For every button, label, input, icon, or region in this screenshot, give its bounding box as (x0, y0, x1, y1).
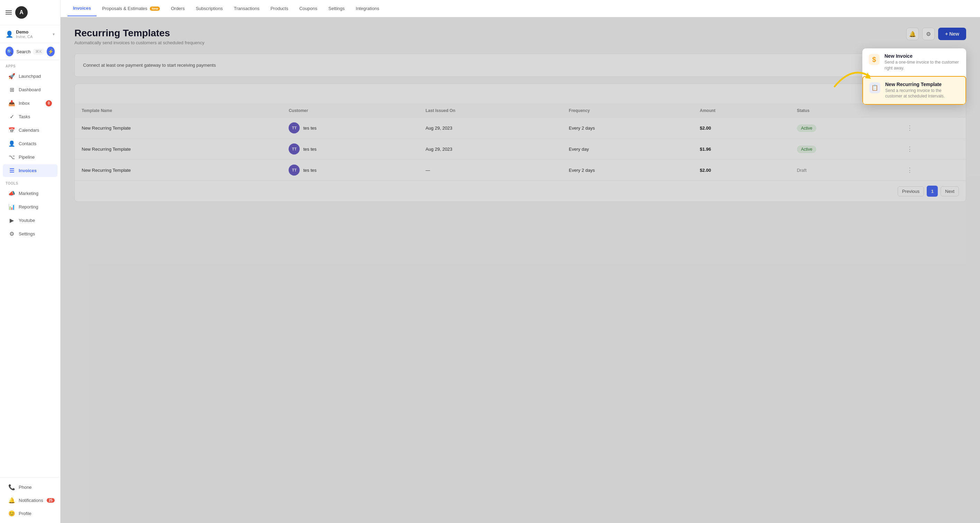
sidebar-item-label: Youtube (19, 218, 52, 223)
hamburger-icon[interactable] (6, 10, 12, 14)
user-location: Irvine, CA (16, 35, 50, 39)
main: Invoices Proposals & Estimates New Order… (60, 0, 980, 523)
sidebar-item-notifications[interactable]: 🔔 Notifications 25 (3, 494, 57, 507)
sidebar-item-label: Phone (19, 485, 52, 490)
inbox-icon: 📥 (8, 100, 15, 106)
search-button[interactable]: 🔍 Search ⌘K ⚡ (0, 43, 60, 60)
logo-circle: A (15, 6, 28, 19)
sidebar-item-reporting[interactable]: 📊 Reporting (3, 200, 57, 213)
content-area: Recurring Templates Automatically send i… (60, 17, 980, 523)
sidebar-item-label: Launchpad (19, 74, 52, 79)
contacts-icon: 👤 (8, 140, 15, 147)
nav-invoices[interactable]: Invoices (67, 1, 97, 16)
nav-subscriptions[interactable]: Subscriptions (190, 1, 228, 16)
sidebar-bottom: 📞 Phone 🔔 Notifications 25 😊 Profile (0, 477, 60, 523)
bolt-icon[interactable]: ⚡ (47, 47, 55, 56)
tools-section-label: Tools (0, 178, 60, 187)
sidebar-item-settings[interactable]: ⚙ Settings (3, 227, 57, 240)
sidebar-item-label: Notifications (19, 498, 43, 503)
sidebar-logo: A (0, 0, 60, 25)
user-info: Demo Irvine, CA (16, 29, 50, 39)
sidebar-item-label: Inbox (19, 101, 42, 106)
new-recurring-desc: Send a recurring invoice to the customer… (885, 88, 959, 100)
nav-transactions[interactable]: Transactions (228, 1, 265, 16)
notifications-badge: 25 (47, 498, 55, 502)
sidebar-item-contacts[interactable]: 👤 Contacts (3, 137, 57, 150)
sidebar-item-label: Dashboard (19, 87, 52, 92)
highlight-arrow (831, 62, 873, 91)
sidebar-item-label: Contacts (19, 141, 52, 146)
new-invoice-text: New Invoice Send a one-time invoice to t… (885, 53, 960, 71)
sidebar-item-phone[interactable]: 📞 Phone (3, 481, 57, 494)
sidebar-item-label: Marketing (19, 191, 52, 196)
calendars-icon: 📅 (8, 127, 15, 133)
sidebar-item-pipeline[interactable]: ⌥ Pipeline (3, 151, 57, 163)
pipeline-icon: ⌥ (8, 154, 15, 160)
dropdown-overlay[interactable] (60, 17, 980, 523)
sidebar-item-label: Calendars (19, 128, 52, 133)
sidebar-item-label: Settings (19, 231, 52, 236)
sidebar-item-dashboard[interactable]: ⊞ Dashboard (3, 83, 57, 96)
chevron-down-icon: ▾ (52, 32, 55, 36)
dashboard-icon: ⊞ (8, 86, 15, 93)
nav-orders[interactable]: Orders (165, 1, 190, 16)
user-name: Demo (16, 29, 50, 35)
search-shortcut: ⌘K (33, 49, 44, 55)
inbox-badge: 0 (46, 100, 52, 106)
sidebar-item-launchpad[interactable]: 🚀 Launchpad (3, 70, 57, 82)
new-recurring-option[interactable]: 📋 New Recurring Template Send a recurrin… (862, 76, 966, 105)
sidebar-item-calendars[interactable]: 📅 Calendars (3, 124, 57, 136)
nav-products[interactable]: Products (265, 1, 294, 16)
new-invoice-title: New Invoice (885, 53, 960, 59)
youtube-icon: ▶ (8, 217, 15, 223)
profile-icon: 😊 (8, 510, 15, 517)
sidebar-item-label: Invoices (19, 168, 52, 173)
user-profile[interactable]: 👤 Demo Irvine, CA ▾ (0, 25, 60, 43)
sidebar-item-label: Pipeline (19, 155, 52, 160)
top-navigation: Invoices Proposals & Estimates New Order… (60, 0, 980, 17)
search-icon: 🔍 (6, 47, 13, 56)
marketing-icon: 📣 (8, 190, 15, 197)
apps-section-label: Apps (0, 60, 60, 70)
search-label: Search (16, 49, 30, 54)
new-recurring-title: New Recurring Template (885, 82, 959, 87)
settings-icon: ⚙ (8, 231, 15, 237)
phone-icon: 📞 (8, 484, 15, 491)
sidebar: A 👤 Demo Irvine, CA ▾ 🔍 Search ⌘K ⚡ Apps… (0, 0, 60, 523)
sidebar-item-tasks[interactable]: ✓ Tasks (3, 110, 57, 123)
sidebar-item-label: Profile (19, 511, 52, 516)
sidebar-item-marketing[interactable]: 📣 Marketing (3, 187, 57, 200)
sidebar-item-invoices[interactable]: ☰ Invoices (3, 164, 57, 177)
user-icon: 👤 (6, 30, 13, 38)
tasks-icon: ✓ (8, 113, 15, 120)
launchpad-icon: 🚀 (8, 73, 15, 79)
nav-proposals[interactable]: Proposals & Estimates New (97, 1, 165, 16)
reporting-icon: 📊 (8, 204, 15, 210)
new-dropdown-menu: $ New Invoice Send a one-time invoice to… (862, 48, 966, 105)
invoices-icon: ☰ (8, 167, 15, 174)
sidebar-item-profile[interactable]: 😊 Profile (3, 507, 57, 520)
sidebar-item-inbox[interactable]: 📥 Inbox 0 (3, 97, 57, 109)
new-recurring-text: New Recurring Template Send a recurring … (885, 82, 959, 100)
sidebar-item-youtube[interactable]: ▶ Youtube (3, 214, 57, 227)
nav-integrations[interactable]: Integrations (350, 1, 385, 16)
new-invoice-desc: Send a one-time invoice to the customer … (885, 59, 960, 71)
proposals-badge: New (150, 6, 160, 11)
sidebar-item-label: Tasks (19, 114, 52, 119)
notifications-icon: 🔔 (8, 497, 15, 504)
nav-coupons[interactable]: Coupons (294, 1, 323, 16)
new-invoice-option[interactable]: $ New Invoice Send a one-time invoice to… (862, 48, 966, 76)
nav-settings[interactable]: Settings (323, 1, 350, 16)
sidebar-item-label: Reporting (19, 204, 52, 209)
